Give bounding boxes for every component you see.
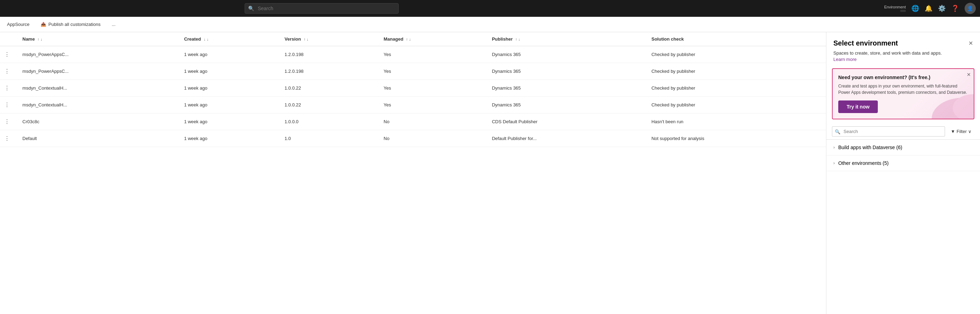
row-menu-cell: ⋮: [0, 46, 17, 63]
row-created: 1 week ago: [178, 46, 279, 63]
managed-sort-icon: ↑ ↓: [406, 37, 411, 41]
row-menu-cell: ⋮: [0, 113, 17, 130]
select-environment-panel: Select environment ✕ Spaces to create, s…: [826, 32, 980, 314]
env-group-dataverse[interactable]: › Build apps with Dataverse (6): [826, 140, 980, 155]
panel-search-wrapper: 🔍: [832, 126, 945, 137]
chevron-right-icon-2: ›: [834, 161, 835, 166]
filter-button[interactable]: ▼ Filter ∨: [948, 128, 974, 135]
row-managed: Yes: [378, 63, 486, 80]
row-context-menu[interactable]: ⋮: [3, 102, 11, 108]
settings-icon[interactable]: ⚙️: [938, 5, 946, 12]
row-managed: Yes: [378, 80, 486, 97]
learn-more-link[interactable]: Learn more: [834, 57, 856, 62]
col-publisher-header[interactable]: Publisher ↑ ↓: [486, 32, 646, 46]
panel-subtitle-text: Spaces to create, store, and work with d…: [834, 50, 942, 56]
globe-icon[interactable]: 🌐: [912, 5, 919, 12]
row-solution-check: Checked by publisher: [646, 97, 826, 113]
publish-all-button[interactable]: 📤 Publish all customizations: [38, 20, 103, 28]
row-context-menu[interactable]: ⋮: [3, 85, 11, 91]
table-row[interactable]: ⋮ msdyn_ContextualH... 1 week ago 1.0.0.…: [0, 97, 826, 113]
row-created: 1 week ago: [178, 113, 279, 130]
navbar-search-input[interactable]: [245, 3, 399, 14]
row-version: 1.2.0.198: [279, 46, 378, 63]
promo-title: Need your own environment? (It's free.): [838, 75, 968, 80]
row-publisher: Dynamics 365: [486, 46, 646, 63]
row-version: 1.0: [279, 130, 378, 147]
more-options-button[interactable]: ...: [109, 20, 118, 28]
filter-chevron-icon: ∨: [968, 129, 972, 134]
try-it-now-button[interactable]: Try it now: [838, 100, 878, 113]
row-context-menu[interactable]: ⋮: [3, 51, 11, 57]
main-container: Name ↑ ↓ Created ↓ ↓ Version ↑ ↓ Managed…: [0, 32, 980, 314]
row-managed: No: [378, 113, 486, 130]
publisher-sort-icon: ↑ ↓: [515, 37, 520, 41]
row-version: 1.0.0.0: [279, 113, 378, 130]
environment-label: Environment: [884, 5, 906, 9]
row-created: 1 week ago: [178, 80, 279, 97]
row-name: msdyn_PowerAppsC...: [17, 46, 178, 63]
row-publisher: Dynamics 365: [486, 97, 646, 113]
row-solution-check: Checked by publisher: [646, 46, 826, 63]
promo-close-button[interactable]: ✕: [967, 72, 971, 77]
row-managed: Yes: [378, 97, 486, 113]
env-group-other-label: Other environments (5): [838, 160, 889, 166]
col-name-header[interactable]: Name ↑ ↓: [17, 32, 178, 46]
col-version-header[interactable]: Version ↑ ↓: [279, 32, 378, 46]
panel-search-icon: 🔍: [835, 129, 840, 134]
row-solution-check: Checked by publisher: [646, 63, 826, 80]
navbar-search-icon: 🔍: [248, 6, 254, 11]
env-group-dataverse-label: Build apps with Dataverse (6): [838, 145, 902, 150]
panel-search-input[interactable]: [832, 126, 945, 137]
version-sort-icon: ↑ ↓: [304, 37, 309, 41]
panel-title: Select environment: [834, 39, 898, 47]
filter-label: Filter: [956, 129, 967, 134]
table-row[interactable]: ⋮ Cr03c8c 1 week ago 1.0.0.0 No CDS Defa…: [0, 113, 826, 130]
bell-icon[interactable]: 🔔: [925, 5, 932, 12]
env-group-other-count: (5): [883, 160, 889, 166]
env-group-other[interactable]: › Other environments (5): [826, 155, 980, 171]
created-sort-icon: ↓ ↓: [204, 37, 208, 41]
env-group-other-text: Other environments: [838, 160, 883, 166]
table-area: Name ↑ ↓ Created ↓ ↓ Version ↑ ↓ Managed…: [0, 32, 826, 314]
row-version: 1.0.0.22: [279, 80, 378, 97]
environment-groups: › Build apps with Dataverse (6) › Other …: [826, 140, 980, 314]
help-icon[interactable]: ❓: [951, 5, 959, 12]
table-row[interactable]: ⋮ msdyn_PowerAppsC... 1 week ago 1.2.0.1…: [0, 63, 826, 80]
row-context-menu[interactable]: ⋮: [3, 68, 11, 74]
row-name: Default: [17, 130, 178, 147]
row-context-menu[interactable]: ⋮: [3, 135, 11, 142]
avatar[interactable]: 👤: [965, 3, 976, 14]
table-row[interactable]: ⋮ msdyn_PowerAppsC... 1 week ago 1.2.0.1…: [0, 46, 826, 63]
row-menu-cell: ⋮: [0, 63, 17, 80]
col-managed-header[interactable]: Managed ↑ ↓: [378, 32, 486, 46]
navbar-search-container: 🔍: [245, 3, 399, 14]
panel-search-row: 🔍 ▼ Filter ∨: [826, 124, 980, 140]
row-created: 1 week ago: [178, 63, 279, 80]
row-solution-check: Not supported for analysis: [646, 130, 826, 147]
row-managed: Yes: [378, 46, 486, 63]
more-label: ...: [111, 22, 116, 27]
panel-close-button[interactable]: ✕: [969, 40, 973, 46]
panel-header: Select environment ✕: [826, 32, 980, 50]
navbar-right: Environment 🌐 🔔 ⚙️ ❓ 👤: [884, 3, 976, 14]
row-publisher: Dynamics 365: [486, 63, 646, 80]
table-header: Name ↑ ↓ Created ↓ ↓ Version ↑ ↓ Managed…: [0, 32, 826, 46]
environment-name[interactable]: [900, 10, 906, 12]
publish-label: Publish all customizations: [48, 22, 100, 27]
appsource-button[interactable]: AppSource: [4, 20, 32, 28]
table-row[interactable]: ⋮ msdyn_ContextualH... 1 week ago 1.0.0.…: [0, 80, 826, 97]
table-row[interactable]: ⋮ Default 1 week ago 1.0 No Default Publ…: [0, 130, 826, 147]
col-solution-check-header: Solution check: [646, 32, 826, 46]
row-publisher: Dynamics 365: [486, 80, 646, 97]
row-solution-check: Hasn't been run: [646, 113, 826, 130]
row-name: msdyn_ContextualH...: [17, 97, 178, 113]
row-publisher: Default Publisher for...: [486, 130, 646, 147]
row-name: msdyn_PowerAppsC...: [17, 63, 178, 80]
publish-icon: 📤: [41, 22, 46, 27]
row-context-menu[interactable]: ⋮: [3, 119, 11, 124]
row-name: Cr03c8c: [17, 113, 178, 130]
col-created-header[interactable]: Created ↓ ↓: [178, 32, 279, 46]
chevron-right-icon: ›: [834, 145, 835, 150]
solutions-table: Name ↑ ↓ Created ↓ ↓ Version ↑ ↓ Managed…: [0, 32, 826, 147]
row-menu-cell: ⋮: [0, 80, 17, 97]
